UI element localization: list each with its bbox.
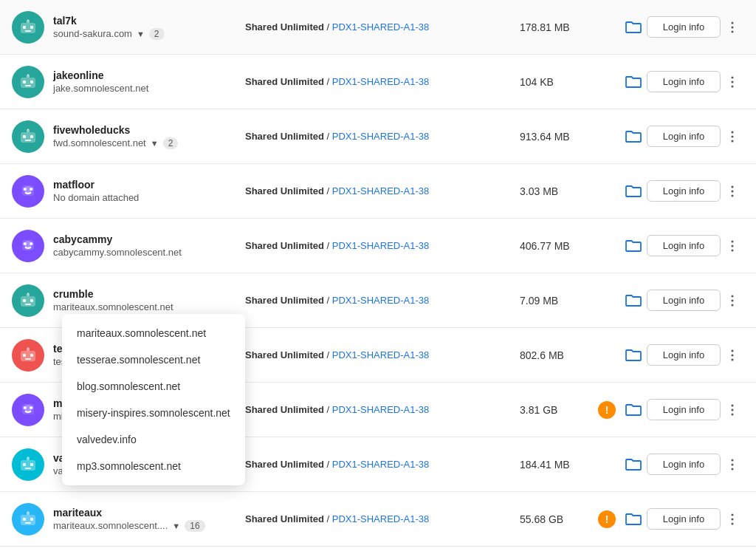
svg-rect-75 (25, 468, 31, 469)
more-options-button[interactable] (721, 234, 744, 258)
svg-point-24 (732, 131, 734, 133)
account-username: crumble (53, 288, 245, 300)
login-info-button[interactable]: Login info (647, 235, 721, 256)
plan-separator: / (324, 459, 332, 470)
login-info-button[interactable]: Login info (647, 344, 721, 366)
svg-rect-74 (30, 463, 33, 466)
account-domain-row: No domain attached (53, 192, 245, 203)
svg-point-88 (732, 518, 734, 520)
account-domain: mariteaux.somnolescent.... (53, 520, 168, 531)
svg-point-87 (732, 513, 734, 516)
svg-point-16 (732, 81, 734, 83)
svg-point-60 (732, 349, 734, 352)
more-options-button[interactable] (721, 125, 744, 148)
avatar (12, 66, 44, 98)
more-options-button[interactable] (721, 453, 744, 476)
account-username: matfloor (53, 179, 245, 191)
folder-icon[interactable] (620, 513, 647, 526)
folder-icon[interactable] (620, 403, 647, 417)
svg-rect-77 (28, 456, 29, 458)
svg-point-61 (732, 354, 734, 356)
plan-name: Shared Unlimited (245, 21, 324, 33)
svg-rect-59 (28, 347, 29, 349)
plan-separator: / (324, 185, 332, 196)
plan-server: PDX1-SHARED-A1-38 (332, 76, 430, 87)
more-options-button[interactable] (721, 289, 744, 312)
account-list: tal7ksound-sakura.com▼2Shared Unlimited … (0, 0, 756, 547)
login-info-button[interactable]: Login info (647, 180, 721, 202)
plan-info: Shared Unlimited / PDX1-SHARED-A1-38 (245, 295, 481, 306)
account-domain: cabycammy.somnolescent.net (53, 247, 182, 258)
login-info-button[interactable]: Login info (647, 126, 721, 147)
avatar (12, 11, 44, 44)
svg-point-32 (31, 188, 33, 190)
svg-rect-3 (25, 30, 31, 32)
account-row: mariteauxmariteaux.somnolescent....▼16Sh… (0, 492, 756, 547)
plan-separator: / (324, 349, 332, 360)
account-domain: No domain attached (53, 192, 139, 203)
svg-rect-56 (30, 354, 33, 357)
plan-info: Shared Unlimited / PDX1-SHARED-A1-38 (245, 131, 481, 142)
plan-server: PDX1-SHARED-A1-38 (332, 349, 430, 360)
dropdown-domain-item[interactable]: valvedev.info (62, 426, 245, 453)
dropdown-domain-item[interactable]: mp3.somnolescent.net (62, 453, 245, 479)
folder-icon[interactable] (620, 458, 647, 471)
plan-server: PDX1-SHARED-A1-38 (332, 21, 430, 33)
account-row: crumblemariteaux.somnolescent.netShared … (0, 273, 756, 328)
dropdown-domain-item[interactable]: mariteaux.somnolescent.net (62, 320, 245, 346)
folder-icon[interactable] (620, 349, 647, 362)
avatar (12, 284, 44, 317)
disk-usage: 3.81 GB (520, 404, 594, 416)
avatar (12, 448, 44, 481)
account-info: matfloorNo domain attached (53, 179, 245, 203)
svg-point-42 (732, 240, 734, 242)
login-info-button[interactable]: Login info (647, 508, 721, 530)
avatar (12, 175, 44, 208)
avatar (12, 394, 44, 426)
folder-icon[interactable] (620, 239, 647, 253)
more-options-button[interactable] (721, 398, 744, 422)
domain-dropdown-arrow[interactable]: ▼ (172, 521, 180, 530)
login-info-button[interactable]: Login info (647, 290, 721, 311)
svg-rect-2 (30, 26, 33, 29)
more-options-button[interactable] (721, 343, 744, 367)
disk-usage: 913.64 MB (520, 131, 594, 143)
folder-icon[interactable] (620, 75, 647, 89)
dropdown-domain-item[interactable]: misery-inspires.somnolescent.net (62, 400, 245, 426)
folder-icon[interactable] (620, 185, 647, 198)
domain-dropdown-arrow[interactable]: ▼ (137, 30, 145, 38)
account-domain-row: cabycammy.somnolescent.net (53, 247, 245, 258)
account-domain: sound-sakura.com (53, 28, 132, 39)
folder-icon[interactable] (620, 21, 647, 34)
svg-point-31 (24, 188, 26, 190)
plan-separator: / (324, 513, 332, 524)
account-domain-row: jake.somnolescent.net (53, 83, 245, 94)
plan-separator: / (324, 295, 332, 306)
svg-point-53 (732, 304, 734, 306)
svg-rect-83 (30, 518, 33, 521)
login-info-button[interactable]: Login info (647, 71, 721, 92)
account-info: jakeonlinejake.somnolescent.net (53, 69, 245, 94)
more-options-button[interactable] (721, 16, 744, 39)
svg-point-33 (732, 185, 734, 188)
plan-separator: / (324, 131, 332, 142)
account-domain-row: mariteaux.somnolescent....▼16 (53, 520, 245, 532)
dropdown-domain-item[interactable]: tesserae.somnolescent.net (62, 346, 245, 373)
folder-icon[interactable] (620, 294, 647, 307)
login-info-button[interactable]: Login info (647, 454, 721, 475)
folder-icon[interactable] (620, 130, 647, 143)
login-info-button[interactable]: Login info (647, 399, 721, 420)
svg-rect-50 (28, 293, 29, 294)
disk-usage: 184.41 MB (520, 459, 594, 471)
login-info-button[interactable]: Login info (647, 16, 721, 38)
more-options-button[interactable] (721, 70, 744, 94)
account-info: crumblemariteaux.somnolescent.net (53, 288, 245, 312)
plan-name: Shared Unlimited (245, 185, 324, 196)
more-options-button[interactable] (721, 507, 744, 531)
more-options-button[interactable] (721, 179, 744, 203)
account-username: fivewholeducks (53, 124, 245, 136)
account-info: fivewholeducksfwd.somnolescent.net▼2 (53, 124, 245, 149)
domain-dropdown-arrow[interactable]: ▼ (151, 139, 159, 148)
disk-usage: 55.68 GB (520, 513, 594, 525)
dropdown-domain-item[interactable]: blog.somnolescent.net (62, 373, 245, 400)
